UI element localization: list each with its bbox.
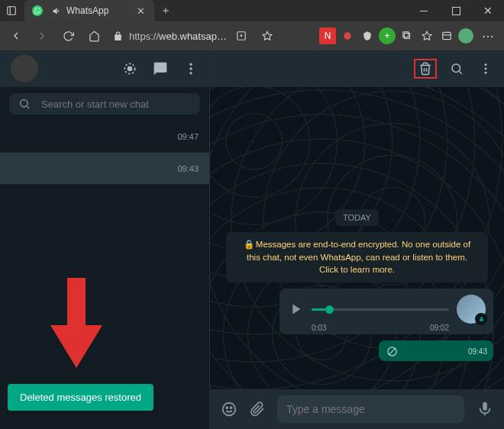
extension-icon[interactable] bbox=[339, 27, 356, 44]
chat-panel: TODAY 🔒Messages are end-to-end encrypted… bbox=[210, 50, 504, 429]
new-chat-icon[interactable] bbox=[153, 61, 168, 76]
sidebar-menu-icon[interactable] bbox=[183, 61, 199, 76]
blocked-icon bbox=[386, 346, 398, 357]
microphone-icon[interactable] bbox=[477, 401, 493, 418]
chat-time: 09:43 bbox=[177, 164, 199, 173]
svg-point-19 bbox=[485, 63, 487, 66]
attach-icon[interactable] bbox=[250, 402, 265, 417]
svg-rect-5 bbox=[405, 34, 410, 39]
window-minimize[interactable] bbox=[408, 0, 440, 21]
window-close[interactable]: ✕ bbox=[472, 0, 504, 21]
emoji-icon[interactable] bbox=[221, 401, 237, 418]
svg-point-25 bbox=[226, 407, 228, 408]
profile-avatar[interactable] bbox=[458, 28, 473, 44]
browser-toolbar: https://web.whatsap… N + ⋯ bbox=[0, 21, 504, 50]
voice-remaining: 09:02 bbox=[430, 324, 449, 332]
tab-panel-icon[interactable] bbox=[6, 5, 17, 16]
chat-header bbox=[210, 50, 504, 87]
chat-menu-icon[interactable] bbox=[477, 60, 495, 78]
svg-rect-0 bbox=[8, 7, 16, 15]
chat-list: 09:47 09:43 bbox=[0, 121, 209, 429]
tab-close-button[interactable]: ✕ bbox=[135, 5, 147, 17]
whatsapp-app: 09:47 09:43 Deleted messages restored TO… bbox=[0, 50, 504, 429]
message-input-wrap bbox=[277, 395, 464, 423]
window-maximize[interactable] bbox=[440, 0, 472, 21]
sidebar: 09:47 09:43 Deleted messages restored bbox=[0, 50, 210, 429]
search-icon[interactable] bbox=[447, 60, 466, 78]
play-icon[interactable] bbox=[287, 301, 304, 318]
audio-icon bbox=[52, 6, 62, 16]
outgoing-message[interactable]: 09:43 bbox=[379, 340, 493, 361]
svg-point-14 bbox=[189, 72, 192, 74]
sidebar-header bbox=[0, 50, 209, 87]
search-bar bbox=[0, 87, 209, 121]
svg-point-12 bbox=[189, 63, 192, 66]
extension-icon[interactable]: N bbox=[319, 27, 336, 44]
favorites-bar-icon[interactable] bbox=[418, 27, 435, 44]
microphone-icon bbox=[475, 313, 487, 325]
search-icon bbox=[18, 98, 31, 110]
home-button[interactable] bbox=[82, 24, 105, 47]
lock-icon[interactable] bbox=[113, 31, 123, 41]
message-time: 09:43 bbox=[468, 347, 487, 356]
back-button[interactable] bbox=[5, 24, 27, 47]
browser-tab[interactable]: WhatsApp ✕ bbox=[24, 0, 154, 21]
address-bar[interactable]: https://web.whatsap… bbox=[129, 31, 227, 42]
status-icon[interactable] bbox=[122, 61, 137, 76]
app-install-icon[interactable] bbox=[230, 24, 253, 47]
svg-point-24 bbox=[223, 403, 236, 416]
svg-marker-7 bbox=[422, 31, 431, 40]
browser-menu[interactable]: ⋯ bbox=[477, 24, 499, 47]
svg-line-23 bbox=[389, 348, 396, 355]
svg-point-15 bbox=[21, 100, 27, 107]
whatsapp-favicon bbox=[32, 5, 43, 16]
toast-notification: Deleted messages restored bbox=[8, 384, 153, 411]
extension-icon[interactable]: + bbox=[379, 27, 396, 44]
svg-marker-3 bbox=[263, 31, 272, 40]
tab-title: WhatsApp bbox=[66, 5, 131, 16]
forward-button[interactable] bbox=[31, 24, 53, 47]
extension-icon[interactable] bbox=[399, 27, 415, 44]
lock-icon: 🔒 bbox=[244, 240, 254, 249]
collections-icon[interactable] bbox=[438, 27, 455, 44]
message-input[interactable] bbox=[286, 403, 455, 415]
svg-point-4 bbox=[344, 32, 351, 39]
encryption-notice[interactable]: 🔒Messages are end-to-end encrypted. No o… bbox=[226, 232, 488, 282]
chat-item[interactable]: 09:43 bbox=[0, 153, 209, 185]
voice-message[interactable]: 0:03 09:02 bbox=[279, 289, 493, 334]
search-input[interactable] bbox=[41, 98, 191, 110]
svg-point-21 bbox=[485, 72, 487, 74]
svg-point-17 bbox=[452, 64, 460, 73]
delete-icon[interactable] bbox=[414, 59, 437, 79]
voice-elapsed: 0:03 bbox=[312, 324, 326, 332]
window-titlebar: WhatsApp ✕ ＋ ✕ bbox=[0, 0, 504, 21]
svg-rect-6 bbox=[403, 32, 409, 37]
extension-icon[interactable] bbox=[359, 27, 376, 44]
chat-footer bbox=[210, 389, 504, 429]
refresh-button[interactable] bbox=[57, 24, 79, 47]
voice-progress-track[interactable] bbox=[312, 308, 449, 311]
new-tab-button[interactable]: ＋ bbox=[160, 4, 171, 18]
svg-rect-8 bbox=[443, 32, 451, 39]
message-list: TODAY 🔒Messages are end-to-end encrypted… bbox=[210, 87, 504, 389]
user-avatar[interactable] bbox=[11, 55, 38, 82]
svg-point-11 bbox=[128, 67, 132, 71]
svg-point-26 bbox=[231, 407, 232, 408]
svg-line-16 bbox=[27, 106, 29, 108]
chat-time: 09:47 bbox=[177, 132, 199, 141]
svg-point-13 bbox=[189, 67, 192, 69]
day-label: TODAY bbox=[335, 209, 379, 226]
svg-point-20 bbox=[485, 68, 487, 70]
favorite-icon[interactable] bbox=[256, 24, 279, 47]
svg-line-18 bbox=[459, 71, 461, 73]
sender-avatar bbox=[457, 295, 486, 324]
chat-item[interactable]: 09:47 bbox=[0, 121, 209, 153]
